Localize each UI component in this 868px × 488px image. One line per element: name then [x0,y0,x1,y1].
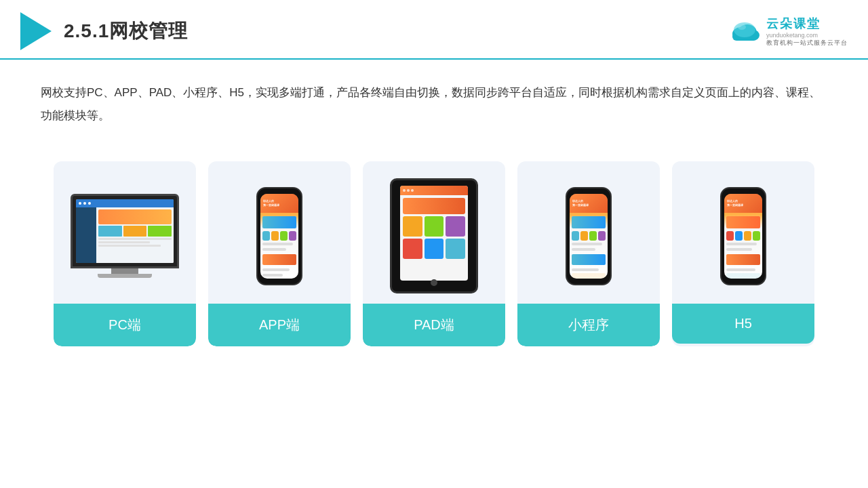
logo-triangle-icon [20,12,52,50]
pc-mockup [67,194,182,278]
card-h5: 职达人的第一堂刷题课 [672,161,814,346]
brand-name: 云朵课堂 [766,16,821,32]
page-title: 2.5.1网校管理 [64,18,188,44]
brand-logo: 云朵课堂 yunduoketang.com 教育机构一站式服务云平台 [728,16,848,47]
card-h5-image: 职达人的第一堂刷题课 [672,161,814,304]
header-left: 2.5.1网校管理 [20,12,188,50]
phone-notch [272,188,287,192]
card-app: 职达人的第一堂刷题课 [208,161,351,346]
card-pc-image [54,161,196,304]
page-header: 2.5.1网校管理 云朵课堂 yunduoketang.com 教育机构一站式服… [0,0,868,60]
brand-url: yunduoketang.com [766,32,818,39]
phone-notch-mini [581,188,596,192]
card-h5-label: H5 [672,304,814,344]
cards-container: PC端 职达人的第一堂刷题课 [0,141,868,346]
svg-point-4 [734,22,755,37]
phone-notch-h5 [736,188,751,192]
app-phone-mockup: 职达人的第一堂刷题课 [256,187,302,285]
brand-text: 云朵课堂 yunduoketang.com 教育机构一站式服务云平台 [766,16,848,47]
card-pad-label: PAD端 [363,304,505,346]
card-pc-label: PC端 [54,304,196,346]
header-right: 云朵课堂 yunduoketang.com 教育机构一站式服务云平台 [728,16,848,47]
description-text: 网校支持PC、APP、PAD、小程序、H5，实现多端打通，产品各终端自由切换，数… [0,60,868,141]
card-app-label: APP端 [208,304,351,346]
svg-point-5 [738,24,746,30]
card-pc: PC端 [54,161,196,346]
card-app-image: 职达人的第一堂刷题课 [208,161,351,304]
card-pad: PAD端 [363,161,505,346]
card-miniprogram: 职达人的第一堂刷题课 [517,161,660,346]
brand-sub: 教育机构一站式服务云平台 [766,39,848,47]
miniprogram-phone-mockup: 职达人的第一堂刷题课 [566,187,612,285]
card-pad-image [363,161,505,304]
card-miniprogram-label: 小程序 [517,304,660,346]
h5-phone-mockup: 职达人的第一堂刷题课 [720,187,766,285]
cloud-icon [728,20,761,42]
card-miniprogram-image: 职达人的第一堂刷题课 [517,161,660,304]
pad-mockup [390,178,478,293]
